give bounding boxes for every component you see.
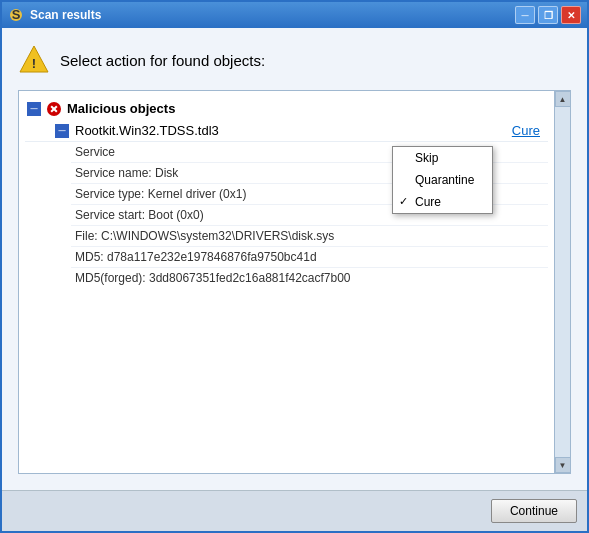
title-bar-icon: S (8, 7, 24, 23)
scroll-up-button[interactable]: ▲ (555, 91, 571, 107)
main-window: S Scan results ─ ❐ ✕ ! Select action for… (0, 0, 589, 533)
continue-button[interactable]: Continue (491, 499, 577, 523)
context-menu-quarantine[interactable]: Quarantine (393, 169, 492, 191)
detail-file: File: C:\WINDOWS\system32\DRIVERS\disk.s… (71, 226, 548, 247)
group-malicious: ─ Malicious objects (25, 97, 548, 120)
detail-md5: MD5: d78a117e232e197846876fa9750bc41d (71, 247, 548, 268)
main-heading: ! Select action for found objects: (18, 44, 571, 76)
svg-text:!: ! (32, 56, 36, 71)
footer: Continue (2, 490, 587, 531)
detail-md5-forged: MD5(forged): 3dd8067351fed2c16a881f42cac… (71, 268, 548, 288)
scrollbar: ▲ ▼ (554, 91, 570, 473)
restore-button[interactable]: ❐ (538, 6, 558, 24)
context-menu: Skip Quarantine Cure (392, 146, 493, 214)
window-body: ! Select action for found objects: ─ Mal… (2, 28, 587, 490)
context-menu-skip[interactable]: Skip (393, 147, 492, 169)
cure-action-link[interactable]: Cure (512, 123, 540, 138)
malicious-status-icon (47, 102, 61, 116)
svg-text:S: S (12, 8, 21, 22)
rootkit-item-row: ─ Rootkit.Win32.TDSS.tdl3 Cure (25, 120, 548, 142)
group-label: Malicious objects (67, 101, 175, 116)
warning-icon: ! (18, 44, 50, 76)
rootkit-item-name: Rootkit.Win32.TDSS.tdl3 (75, 123, 506, 138)
group-collapse-btn[interactable]: ─ (27, 102, 41, 116)
close-button[interactable]: ✕ (561, 6, 581, 24)
heading-text: Select action for found objects: (60, 52, 265, 69)
title-bar-controls: ─ ❐ ✕ (515, 6, 581, 24)
minimize-button[interactable]: ─ (515, 6, 535, 24)
item-collapse-btn[interactable]: ─ (55, 124, 69, 138)
window-title: Scan results (30, 8, 515, 22)
scroll-down-button[interactable]: ▼ (555, 457, 571, 473)
context-menu-cure[interactable]: Cure (393, 191, 492, 213)
title-bar: S Scan results ─ ❐ ✕ (2, 2, 587, 28)
